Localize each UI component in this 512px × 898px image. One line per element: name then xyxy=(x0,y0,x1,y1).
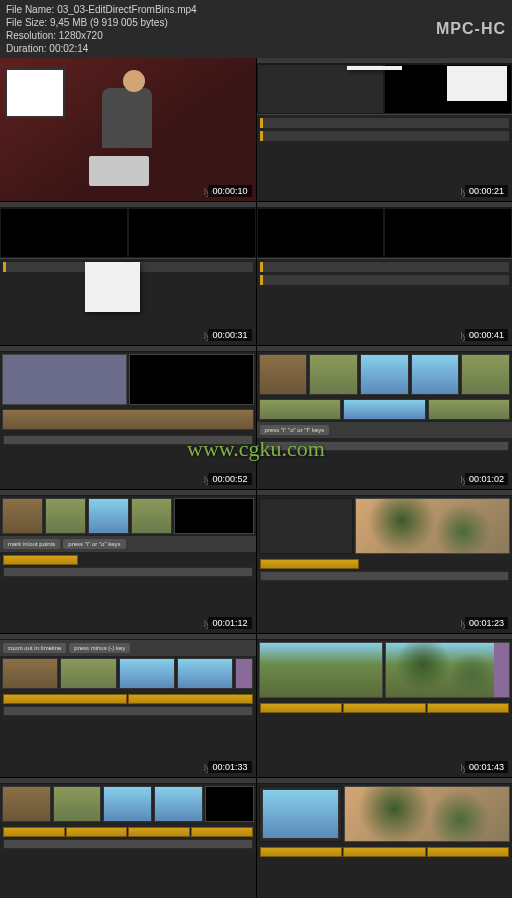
timeline xyxy=(0,552,256,587)
thumb-6[interactable]: press "i" "o" or "f" keys lynd 00:01:02 xyxy=(257,346,513,489)
track xyxy=(3,839,253,849)
thumb-7[interactable]: mark in/out points press "i" or "o" keys… xyxy=(0,490,256,633)
clip-thumb xyxy=(131,498,172,534)
clip-thumb xyxy=(309,354,358,395)
program-monitor xyxy=(385,642,510,698)
clip-thumb xyxy=(88,498,129,534)
resolution-value: 1280x720 xyxy=(59,30,103,41)
clip-thumb xyxy=(2,786,51,822)
track xyxy=(3,567,253,577)
bin-strip xyxy=(0,784,256,824)
duration-label: Duration: xyxy=(6,43,47,54)
thumb-3[interactable]: lynd 00:00:31 xyxy=(0,202,256,345)
clip-thumb xyxy=(259,399,342,420)
timeline xyxy=(0,824,256,874)
video-clip xyxy=(260,847,343,857)
track xyxy=(260,262,510,272)
left-panel xyxy=(257,64,385,114)
video-clip xyxy=(260,703,343,713)
thumbnail-grid: lynd 00:00:10 lynd 00:00:21 lynd 00:00:3… xyxy=(0,58,512,898)
timeline xyxy=(257,114,513,164)
bin-strip xyxy=(0,407,256,432)
bin-strip xyxy=(257,397,513,422)
program-monitor xyxy=(205,786,254,822)
track xyxy=(260,441,510,451)
timeline xyxy=(257,258,513,308)
timeline xyxy=(0,432,256,467)
project-panel xyxy=(259,498,353,554)
thumb-1[interactable]: lynd 00:00:10 xyxy=(0,58,256,201)
video-clip xyxy=(3,827,65,837)
timestamp: 00:00:31 xyxy=(208,329,251,341)
bin-strip xyxy=(257,352,513,397)
thumb-4[interactable]: lynd 00:00:41 xyxy=(257,202,513,345)
program-monitor xyxy=(344,786,510,842)
clip-thumb xyxy=(2,498,43,534)
thumb-11[interactable]: lynd 00:01:54 xyxy=(0,778,256,898)
thumb-2[interactable]: lynd 00:00:21 xyxy=(257,58,513,201)
clip-thumb xyxy=(103,786,152,822)
clip-thumb xyxy=(119,658,175,689)
thumb-12[interactable]: lynd 00:02:04 xyxy=(257,778,513,898)
video-clip xyxy=(191,827,253,837)
file-info: File Name: 03_03-EditDirectFromBins.mp4 … xyxy=(6,3,197,55)
hint-zoom: zoom out in timeline xyxy=(3,643,66,653)
timeline xyxy=(257,844,513,879)
clip-thumb xyxy=(262,789,340,839)
hint-mark: mark in/out points xyxy=(3,539,60,549)
video-clip xyxy=(260,559,360,569)
video-clip xyxy=(3,694,127,704)
thumb-8[interactable]: lynd 00:01:23 xyxy=(257,490,513,633)
video-clip xyxy=(3,555,78,565)
studio-screen xyxy=(5,68,65,118)
clip-thumb xyxy=(428,399,511,420)
foliage-overlay xyxy=(345,787,509,841)
clip-thumb xyxy=(360,354,409,395)
clip-thumb xyxy=(154,786,203,822)
program-monitor xyxy=(129,354,254,405)
timestamp: 00:01:12 xyxy=(208,617,251,629)
timestamp: 00:01:23 xyxy=(465,617,508,629)
foliage-overlay xyxy=(356,499,509,553)
video-clip xyxy=(66,827,128,837)
duration-value: 00:02:14 xyxy=(49,43,88,54)
context-menu xyxy=(85,262,140,312)
video-clip xyxy=(343,703,426,713)
clip-thumb xyxy=(461,354,510,395)
program-panel xyxy=(128,208,256,258)
thumb-5[interactable]: lynd 00:00:52 xyxy=(0,346,256,489)
project-panel xyxy=(259,786,343,842)
clip-thumb xyxy=(2,658,58,689)
presenter-head xyxy=(123,70,145,92)
clip-thumb xyxy=(259,354,308,395)
hint-press: press "i" or "o" keys xyxy=(63,539,125,549)
timeline xyxy=(257,438,513,473)
track xyxy=(260,131,510,141)
thumb-10[interactable]: lynd 00:01:43 xyxy=(257,634,513,777)
file-name-value: 03_03-EditDirectFromBins.mp4 xyxy=(57,4,197,15)
bin-strip xyxy=(0,496,256,536)
program-monitor xyxy=(174,498,254,534)
video-clip xyxy=(128,827,190,837)
video-clip xyxy=(128,694,252,704)
timeline xyxy=(0,691,256,726)
timestamp: 00:00:52 xyxy=(208,473,251,485)
foliage-overlay xyxy=(386,643,509,697)
track xyxy=(3,435,253,445)
source-panel xyxy=(257,208,385,258)
timeline xyxy=(257,556,513,591)
track xyxy=(260,571,510,581)
timestamp: 00:01:02 xyxy=(465,473,508,485)
track xyxy=(260,275,510,285)
thumb-9[interactable]: zoom out in timeline press minus (-) key… xyxy=(0,634,256,777)
clip-thumb xyxy=(343,399,426,420)
file-size-label: File Size: xyxy=(6,17,47,28)
hint-bar: press "i" "o" or "f" keys xyxy=(257,422,513,438)
spacer xyxy=(235,658,253,689)
timestamp: 00:01:33 xyxy=(208,761,251,773)
timeline xyxy=(257,700,513,735)
source-monitor xyxy=(2,354,127,405)
laptop-icon xyxy=(89,156,149,186)
clip-thumb xyxy=(177,658,233,689)
app-name: MPC-HC xyxy=(436,20,506,38)
